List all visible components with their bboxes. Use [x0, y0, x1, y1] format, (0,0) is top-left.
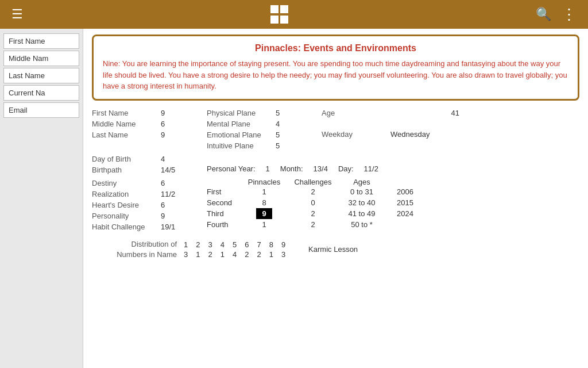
sidebar-current-name[interactable]: Current Na [3, 85, 79, 101]
name-numbers: First Name9 Middle Name6 Last Name9 [92, 108, 207, 151]
sidebar: First Name Middle Nam Last Name Current … [0, 29, 83, 368]
search-icon[interactable]: 🔍 [536, 7, 551, 22]
month-label: Month: [280, 164, 303, 173]
grid-icon[interactable] [270, 5, 289, 24]
pinnacle-row-third: Third 9 2 41 to 49 2024 [207, 208, 413, 219]
day-value: 11/2 [364, 164, 378, 173]
popup-text: Nine: You are learning the importance of… [103, 58, 568, 92]
nav-right: 🔍 ⋮ [536, 6, 577, 24]
menu-icon[interactable]: ☰ [11, 7, 23, 22]
name-planes-section: First Name9 Middle Name6 Last Name9 Phys… [92, 108, 579, 151]
sidebar-middle-name[interactable]: Middle Nam [3, 51, 79, 66]
core-numbers: Destiny6 Realization11/2 Heart's Desire6… [92, 178, 207, 232]
pinnacle-row-first: First 1 2 0 to 31 2006 [207, 186, 413, 197]
personal-year-value: 1 [266, 164, 270, 173]
distribution-section: Distribution ofNumbers in Name 123456789… [92, 239, 579, 260]
birth-col: Day of Birth4 Birthpath14/5 [92, 154, 189, 175]
content-area: Pinnacles: Events and Environments Nine:… [83, 29, 588, 368]
day-label: Day: [338, 164, 354, 173]
core-pinnacles-section: Destiny6 Realization11/2 Heart's Desire6… [92, 178, 579, 232]
sidebar-last-name[interactable]: Last Name [3, 68, 79, 83]
birth-personal-row: Day of Birth4 Birthpath14/5 Personal Yea… [92, 154, 579, 175]
popup-card: Pinnacles: Events and Environments Nine:… [92, 34, 579, 101]
popup-title: Pinnacles: Events and Environments [103, 43, 568, 53]
pinnacles-table: Pinnacles Challenges Ages First 1 2 0 to… [207, 178, 413, 232]
personal-year-row: Personal Year: 1 Month: 13/4 Day: 11/2 [207, 164, 378, 173]
pinnacle-row-fourth: Fourth 1 2 50 to * [207, 219, 413, 230]
pinnacle-row-second: Second 8 0 32 to 40 2015 [207, 197, 413, 208]
personal-year-label: Personal Year: [207, 164, 256, 173]
age-col: Age41 WeekdayWednesday [322, 108, 465, 151]
topbar: ☰ 🔍 ⋮ [0, 0, 588, 29]
sidebar-first-name[interactable]: First Name [3, 33, 79, 49]
planes-col: Physical Plane5 Mental Plane4 Emotional … [207, 108, 322, 151]
sidebar-email[interactable]: Email [3, 102, 79, 118]
more-icon[interactable]: ⋮ [562, 6, 577, 24]
main-container: First Name Middle Nam Last Name Current … [0, 29, 588, 368]
month-value: 13/4 [314, 164, 328, 173]
karmic-lesson-label: Karmic Lesson [308, 245, 358, 254]
distribution-label: Distribution ofNumbers in Name [92, 239, 184, 260]
